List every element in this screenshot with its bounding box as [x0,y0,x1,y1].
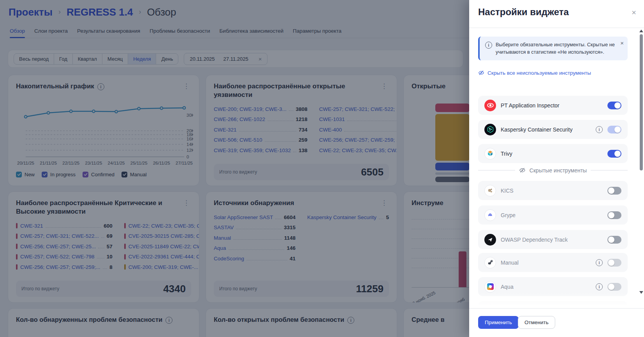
info-icon: i [485,42,492,49]
tool-toggle[interactable] [607,211,621,219]
banner-close-icon[interactable]: × [620,40,624,46]
tool-name: Grype [501,212,516,218]
toggle-knob [608,188,614,194]
tool-row-kics[interactable]: KICS [478,181,628,200]
toggle-knob [608,212,614,218]
tool-toggle[interactable] [607,102,621,109]
eye-off-icon [519,167,526,174]
eye-off-icon [478,70,484,76]
widget-settings-panel: Настройки виджета × i Выберите обязатель… [469,0,644,337]
tool-toggle[interactable] [607,150,621,158]
toggle-knob [614,126,621,133]
tool-row-grype[interactable]: Grype [478,205,628,225]
panel-footer: Применить Отменить [469,308,644,337]
tool-row-manual[interactable]: Manuali [478,253,628,272]
hide-unused-tools-link[interactable]: Скрыть все неиспользуемые инструменты [478,70,591,76]
hidden-tools-divider: Скрытые инструменты [478,167,628,174]
tool-name: KICS [501,188,514,194]
aqua-icon [484,281,496,293]
tool-row-owasp-dependency-track[interactable]: OWASP Dependency Track [478,230,628,249]
toggle-knob [608,260,614,266]
info-icon[interactable]: i [596,259,603,266]
tool-name: PT Application Inspector [501,102,560,109]
tool-toggle[interactable] [607,259,621,267]
tool-toggle[interactable] [607,283,621,291]
tool-name: Trivy [501,151,512,157]
trivy-icon [484,148,496,160]
scrollbar-up-arrow[interactable] [639,30,643,32]
info-icon[interactable]: i [596,283,603,290]
tool-toggle[interactable] [607,187,621,195]
scrollbar-down-arrow[interactable] [639,291,643,294]
cancel-button[interactable]: Отменить [518,316,555,329]
info-banner: i Выберите обязательные инструменты. Скр… [478,37,628,60]
tool-row-kaspersky-container-security[interactable]: Kaspersky Container Securityi [478,120,628,139]
scrollbar-thumb[interactable] [640,34,643,170]
apply-button[interactable]: Применить [478,316,519,329]
tool-toggle[interactable] [607,236,621,244]
app-screen: Проекты›REGRESS 1.4›Обзор ОбзорСлои прое… [0,0,644,337]
toggle-knob [614,151,621,157]
hide-unused-tools-label: Скрыть все неиспользуемые инструменты [487,70,591,76]
info-icon[interactable]: i [596,126,603,133]
kaspersky-container-security-icon [484,124,496,135]
kics-icon [484,185,496,197]
tool-toggle[interactable] [607,126,621,133]
panel-header: Настройки виджета × [469,0,644,28]
tool-name: Kaspersky Container Security [501,126,572,133]
toggle-knob [608,284,614,290]
close-icon[interactable]: × [632,9,636,16]
panel-title: Настройки виджета [478,7,569,18]
tool-name: Aqua [501,284,514,290]
owasp-dependency-track-icon [484,234,496,246]
tool-name: Manual [501,260,519,266]
hidden-tools-label: Скрытые инструменты [530,167,587,174]
pt-application-inspector-icon [484,100,496,111]
grype-icon [484,209,496,221]
banner-text: Выберите обязательные инструменты. Скрыт… [496,41,616,56]
manual-icon [484,257,496,269]
tool-name: OWASP Dependency Track [501,237,568,243]
tool-row-aqua[interactable]: Aquai [478,277,628,296]
tool-row-trivy[interactable]: Trivy [478,144,628,163]
toggle-knob [608,237,614,243]
tool-row-pt-application-inspector[interactable]: PT Application Inspector [478,96,628,115]
toggle-knob [614,102,621,109]
